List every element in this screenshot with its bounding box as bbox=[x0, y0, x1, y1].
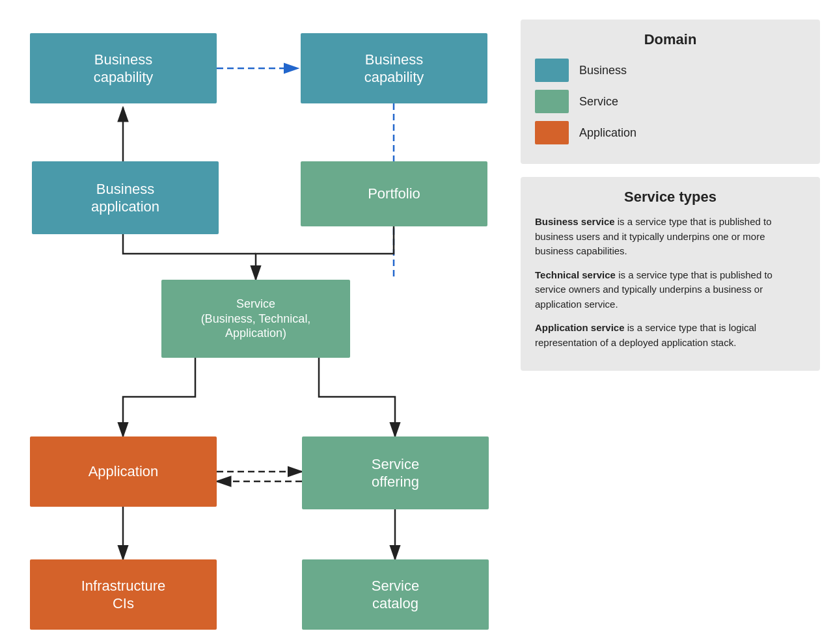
service-type-bold: Business service bbox=[535, 216, 615, 227]
biz-cap-right: Business capability bbox=[301, 33, 487, 103]
domain-title: Domain bbox=[535, 31, 806, 48]
legend-item: Business bbox=[535, 59, 806, 82]
main-container: Business capabilityBusiness capabilityBu… bbox=[0, 0, 833, 644]
application: Application bbox=[30, 436, 217, 507]
legend-items: BusinessServiceApplication bbox=[535, 59, 806, 144]
legend-swatch bbox=[535, 121, 569, 144]
service-type-entry: Business service is a service type that … bbox=[535, 215, 806, 259]
service-catalog: Service catalog bbox=[302, 559, 489, 630]
service-type-bold: Technical service bbox=[535, 269, 616, 280]
service-types-title: Service types bbox=[535, 189, 806, 206]
legend-item: Application bbox=[535, 121, 806, 144]
legend-item: Service bbox=[535, 90, 806, 113]
service: Service (Business, Technical, Applicatio… bbox=[161, 280, 350, 358]
legend-label: Application bbox=[579, 126, 636, 140]
biz-app: Business application bbox=[32, 161, 219, 234]
service-type-entry: Application service is a service type th… bbox=[535, 321, 806, 350]
biz-cap-left: Business capability bbox=[30, 33, 217, 103]
legend-swatch bbox=[535, 90, 569, 113]
service-type-entry: Technical service is a service type that… bbox=[535, 268, 806, 312]
service-types-panel: Service types Business service is a serv… bbox=[521, 177, 820, 371]
infra-cis: Infrastructure CIs bbox=[30, 559, 217, 630]
right-panels: Domain BusinessServiceApplication Servic… bbox=[521, 13, 820, 631]
legend-label: Business bbox=[579, 64, 627, 77]
legend-label: Service bbox=[579, 95, 618, 109]
domain-panel: Domain BusinessServiceApplication bbox=[521, 20, 820, 164]
service-type-bold: Application service bbox=[535, 322, 625, 333]
diagram-area: Business capabilityBusiness capabilityBu… bbox=[13, 13, 501, 631]
legend-swatch bbox=[535, 59, 569, 82]
portfolio: Portfolio bbox=[301, 161, 487, 226]
service-offering: Service offering bbox=[302, 436, 489, 509]
service-types-entries: Business service is a service type that … bbox=[535, 215, 806, 350]
